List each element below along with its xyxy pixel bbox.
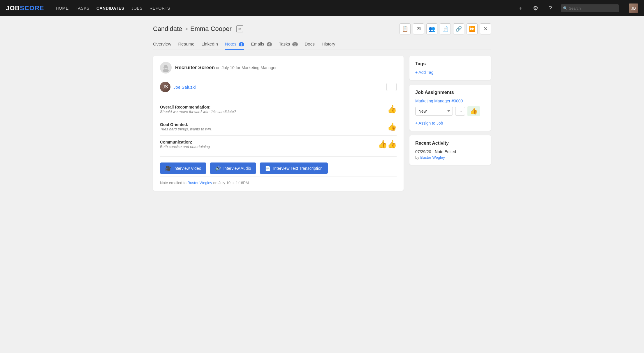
search-wrap: 🔍 bbox=[561, 4, 619, 12]
tab-overview[interactable]: Overview bbox=[153, 39, 171, 50]
nav-tasks[interactable]: TASKS bbox=[76, 6, 89, 11]
main-panel: Recruiter Screen on July 10 for Marketin… bbox=[153, 56, 404, 191]
interview-audio-btn[interactable]: 🔊 Interview Audio bbox=[210, 162, 256, 174]
top-nav: JOBSCORE HOME TASKS CANDIDATES JOBS REPO… bbox=[0, 0, 644, 16]
breadcrumb-name: Emma Cooper bbox=[190, 25, 232, 33]
link-action-btn[interactable]: 🔗 bbox=[453, 23, 464, 34]
job-assignments-title: Job Assignments bbox=[415, 90, 485, 95]
breadcrumb-candidate: Candidate bbox=[153, 25, 182, 33]
breadcrumb-row: Candidate > Emma Cooper in 📋 ✉ 👥 📄 🔗 ⏩ ✕ bbox=[153, 23, 491, 34]
recent-activity-card: Recent Activity 07/29/20 - Note Edited b… bbox=[409, 135, 491, 165]
footer-name-link[interactable]: Buster Wegley bbox=[188, 181, 212, 185]
tags-card: Tags + Add Tag bbox=[409, 56, 491, 80]
content-layout: Recruiter Screen on July 10 for Marketin… bbox=[153, 56, 491, 191]
close-action-btn[interactable]: ✕ bbox=[480, 23, 491, 34]
thumb-2[interactable]: 👍 bbox=[387, 122, 397, 131]
tab-emails[interactable]: Emails 4 bbox=[251, 39, 272, 50]
note-title: Recruiter Screen bbox=[175, 65, 215, 70]
note-author-row: JS Joe Saluzki ··· bbox=[160, 78, 397, 96]
logo[interactable]: JOBSCORE bbox=[6, 4, 44, 12]
tab-linkedin[interactable]: LinkedIn bbox=[201, 39, 218, 50]
recent-activity-title: Recent Activity bbox=[415, 141, 485, 146]
rating-row-1: Overall Recommendation: Should we move f… bbox=[160, 102, 397, 117]
emails-badge: 4 bbox=[267, 42, 272, 46]
note-author-info: JS Joe Saluzki bbox=[160, 82, 196, 92]
action-icons: 📋 ✉ 👥 📄 🔗 ⏩ ✕ bbox=[400, 23, 491, 34]
side-panel: Tags + Add Tag Job Assignments Marketing… bbox=[409, 56, 491, 191]
svg-point-2 bbox=[163, 67, 165, 69]
user-avatar[interactable]: JB bbox=[629, 4, 638, 13]
linkedin-badge[interactable]: in bbox=[236, 25, 243, 32]
stage-more-btn[interactable]: ··· bbox=[455, 107, 465, 116]
activity-date: 07/29/20 - Note Edited bbox=[415, 149, 485, 154]
forward-action-btn[interactable]: ⏩ bbox=[467, 23, 478, 34]
interview-video-btn[interactable]: 🎥 Interview Video bbox=[160, 162, 206, 174]
email-action-btn[interactable]: ✉ bbox=[413, 23, 424, 34]
more-options-btn[interactable]: ··· bbox=[386, 83, 397, 91]
note-header: Recruiter Screen on July 10 for Marketin… bbox=[160, 62, 397, 74]
stage-select[interactable]: New Phone Screen Interview Offer Hired bbox=[415, 107, 453, 116]
add-icon[interactable]: + bbox=[519, 5, 522, 12]
gear-icon[interactable]: ⚙ bbox=[533, 5, 538, 12]
breadcrumb: Candidate > Emma Cooper in bbox=[153, 25, 243, 33]
notes-badge: 1 bbox=[239, 42, 244, 46]
search-input[interactable] bbox=[561, 4, 619, 12]
rating-label-3: Communication: Both concise and entertai… bbox=[160, 140, 210, 149]
author-avatar: JS bbox=[160, 82, 170, 92]
note-footer: Note emailed to Buster Wegley on July 10… bbox=[160, 176, 397, 185]
tab-notes[interactable]: Notes 1 bbox=[225, 39, 244, 50]
tabs-bar: Overview Resume LinkedIn Notes 1 Emails … bbox=[153, 39, 491, 50]
search-icon: 🔍 bbox=[563, 6, 568, 11]
svg-point-1 bbox=[163, 69, 169, 72]
note-action-btn[interactable]: 📋 bbox=[400, 23, 411, 34]
tab-docs[interactable]: Docs bbox=[305, 39, 315, 50]
tab-tasks[interactable]: Tasks 1 bbox=[279, 39, 298, 50]
thumb-1[interactable]: 👍 bbox=[387, 105, 397, 114]
stage-row: New Phone Screen Interview Offer Hired ·… bbox=[415, 106, 485, 116]
transcript-icon: 📄 bbox=[265, 165, 271, 171]
interview-transcript-btn[interactable]: 📄 Interview Text Transcription bbox=[260, 162, 328, 174]
interview-buttons: 🎥 Interview Video 🔊 Interview Audio 📄 In… bbox=[160, 158, 397, 176]
breadcrumb-sep: > bbox=[184, 26, 188, 32]
rating-label-1: Overall Recommendation: Should we move f… bbox=[160, 105, 236, 114]
job-assignments-card: Job Assignments Marketing Manager #0009 … bbox=[409, 85, 491, 131]
note-card: Recruiter Screen on July 10 for Marketin… bbox=[153, 56, 404, 191]
clipboard-action-btn[interactable]: 📄 bbox=[440, 23, 451, 34]
tasks-badge: 1 bbox=[292, 42, 298, 46]
nav-candidates[interactable]: CANDIDATES bbox=[96, 6, 124, 11]
tab-history[interactable]: History bbox=[322, 39, 335, 50]
logo-score: SCORE bbox=[20, 4, 44, 12]
help-icon[interactable]: ? bbox=[549, 5, 552, 12]
rating-row-3: Communication: Both concise and entertai… bbox=[160, 137, 397, 152]
nav-jobs[interactable]: JOBS bbox=[131, 6, 143, 11]
nav-home[interactable]: HOME bbox=[56, 6, 69, 11]
nav-reports[interactable]: REPORTS bbox=[149, 6, 170, 11]
video-icon: 🎥 bbox=[165, 165, 171, 171]
note-subtitle: on July 10 for Marketing Manager bbox=[216, 65, 277, 70]
ratings-section: Overall Recommendation: Should we move f… bbox=[160, 98, 397, 155]
activity-by: by Buster Wegley bbox=[415, 155, 485, 160]
activity-by-link[interactable]: Buster Wegley bbox=[420, 155, 445, 160]
assign-to-job-link[interactable]: + Assign to Job bbox=[415, 121, 485, 125]
logo-job: JOB bbox=[6, 4, 20, 12]
svg-point-3 bbox=[166, 67, 168, 69]
people-action-btn[interactable]: 👥 bbox=[426, 23, 437, 34]
author-name[interactable]: Joe Saluzki bbox=[173, 85, 196, 90]
stage-thumb-icon[interactable]: 👍 bbox=[467, 106, 480, 116]
add-tag-link[interactable]: + Add Tag bbox=[415, 70, 485, 75]
thumb-3[interactable]: 👍👍 bbox=[378, 140, 397, 149]
rating-row-2: Goal Oriented: Tries hard things, wants … bbox=[160, 119, 397, 134]
note-title-wrap: Recruiter Screen on July 10 for Marketin… bbox=[175, 65, 277, 71]
audio-icon: 🔊 bbox=[215, 165, 221, 171]
job-name-link[interactable]: Marketing Manager #0009 bbox=[415, 99, 485, 103]
note-avatar bbox=[160, 62, 172, 74]
tab-resume[interactable]: Resume bbox=[178, 39, 195, 50]
tags-title: Tags bbox=[415, 61, 485, 67]
rating-label-2: Goal Oriented: Tries hard things, wants … bbox=[160, 122, 212, 131]
